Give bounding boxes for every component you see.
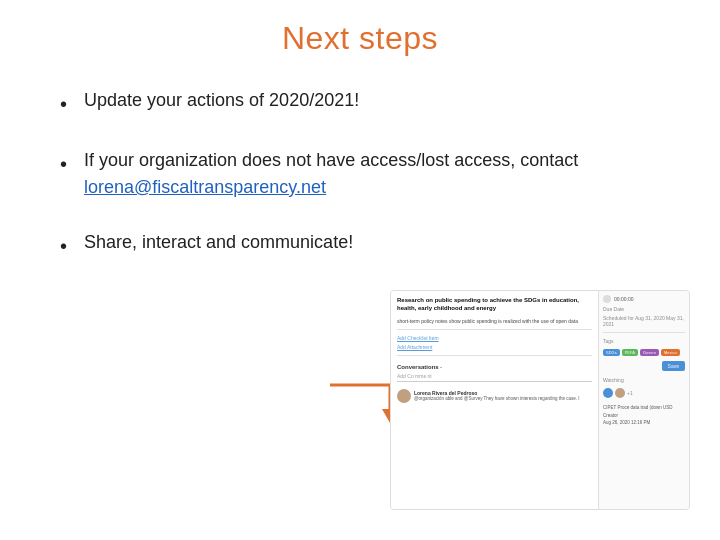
mock-screenshot-content: Research on public spending to achieve t… [390,290,690,510]
mock-comment-text: @organización able and @Survey They have… [414,396,592,402]
bullet-item-1: • Update your actions of 2020/2021! [60,87,660,119]
mock-conversations-label: Conversations · [397,364,592,370]
mock-watching-label: Watching [603,377,685,383]
mock-watcher-2 [615,388,625,398]
mock-left-panel: Research on public spending to achieve t… [391,291,599,509]
mock-comment-block: Lorena Rivera del Pedroso @organización … [414,390,592,402]
bullet-dot-1: • [60,89,84,119]
mock-tag-mexico: Mexico [661,349,680,356]
mock-clock-icon [603,295,611,303]
mock-save-button[interactable]: Save [662,361,685,371]
bullet-text-3: Share, interact and communicate! [84,229,660,256]
mock-tags-row: SDGs PEFA Govern Mexico [603,349,685,356]
mock-watcher-1 [603,388,613,398]
mock-tag-govern: Govern [640,349,659,356]
mock-time-row: 00:00:00 [603,295,685,303]
mock-divider-1 [397,329,592,330]
bullet-text-2: If your organization does not have acces… [84,147,660,201]
page-title: Next steps [60,20,660,57]
mock-add-checklist[interactable]: Add Checklist Item [397,335,592,341]
screenshot-panel: Research on public spending to achieve t… [390,290,690,510]
bullet-item-2: • If your organization does not have acc… [60,147,660,201]
bullet-dot-2: • [60,149,84,179]
bullet-2-prefix: If your organization does not have acces… [84,150,578,170]
mock-watchers-row: +1 [603,388,685,398]
mock-watcher-count: +1 [627,390,633,398]
mock-due-label: Due Date [603,306,685,312]
mock-right-divider [603,332,685,333]
mock-add-comment[interactable]: Add Co mme nt [397,373,592,382]
mock-panel-title: Research on public spending to achieve t… [397,297,592,313]
mock-panel-body: short-term policy notes show public spen… [397,318,592,325]
mock-commenter-avatar [397,389,411,403]
mock-right-panel: 00:00:00 Due Date Scheduled for Aug 31, … [599,291,689,509]
mock-tags-label: Tags [603,338,685,344]
lorena-email-link[interactable]: lorena@fiscaltransparency.net [84,177,326,197]
mock-time-text: 00:00:00 [614,296,633,302]
mock-divider-2 [397,355,592,356]
mock-comment-row: Lorena Rivera del Pedroso @organización … [397,389,592,403]
bullet-dot-3: • [60,231,84,261]
mock-add-attachment[interactable]: Add Attachment [397,344,592,350]
mock-tag-sdgs: SDGs [603,349,620,356]
mock-tag-pefa: PEFA [622,349,638,356]
mock-right-bottom-text: CIPET Proce data trad (down USD [603,405,685,411]
bullet-item-3: • Share, interact and communicate! [60,229,660,261]
bullet-list: • Update your actions of 2020/2021! • If… [60,87,660,289]
bullet-text-1: Update your actions of 2020/2021! [84,87,660,114]
mock-scheduled-text: Scheduled for Aug 31, 2020 May 31, 2021 [603,315,685,327]
mock-right-bottom: CIPET Proce data trad (down USD Creator … [603,405,685,426]
mock-created-date: Aug 26, 2020 12:16 PM [603,420,685,426]
